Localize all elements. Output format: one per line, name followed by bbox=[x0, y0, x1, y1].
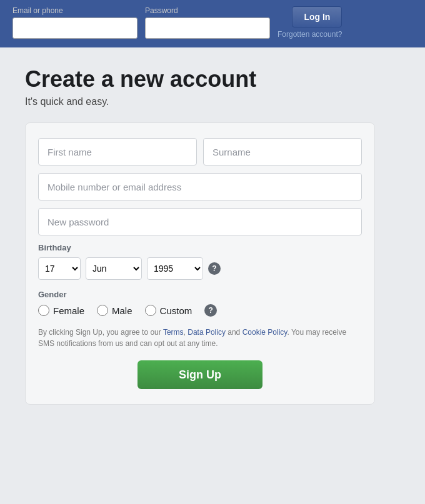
terms-link[interactable]: Terms bbox=[163, 328, 184, 337]
legal-text-1: By clicking Sign Up, you agree to our bbox=[38, 328, 163, 337]
gender-male-radio[interactable] bbox=[97, 305, 108, 316]
name-row bbox=[38, 138, 362, 166]
gender-custom-option[interactable]: Custom bbox=[145, 305, 192, 316]
gender-female-label: Female bbox=[53, 305, 84, 316]
forgotten-account-link[interactable]: Forgotten account? bbox=[278, 30, 342, 39]
surname-input[interactable] bbox=[203, 138, 362, 166]
gender-female-radio[interactable] bbox=[38, 305, 49, 316]
new-password-input[interactable] bbox=[38, 208, 362, 235]
email-input[interactable] bbox=[12, 17, 138, 39]
signup-button[interactable]: Sign Up bbox=[138, 360, 262, 389]
subtitle: It's quick and easy. bbox=[25, 96, 400, 107]
birthday-month-select[interactable]: Jan Feb Mar Apr May Jun Jul Aug Sep Oct … bbox=[86, 257, 142, 280]
new-password-row bbox=[38, 208, 362, 235]
email-field-group: Email or phone bbox=[12, 6, 138, 39]
mobile-email-row bbox=[38, 173, 362, 200]
registration-form: Birthday 1 2 3 4 5 6 7 8 9 10 11 12 13 1… bbox=[25, 122, 375, 405]
password-input[interactable] bbox=[145, 17, 270, 39]
navbar: Email or phone Password Log In Forgotten… bbox=[0, 0, 425, 47]
birthday-day-select[interactable]: 1 2 3 4 5 6 7 8 9 10 11 12 13 14 15 16 1 bbox=[38, 257, 81, 280]
birthday-help-icon[interactable]: ? bbox=[208, 262, 221, 275]
birthday-row: 1 2 3 4 5 6 7 8 9 10 11 12 13 14 15 16 1 bbox=[38, 257, 362, 280]
gender-custom-label: Custom bbox=[160, 305, 192, 316]
birthday-label: Birthday bbox=[38, 243, 362, 252]
gender-help-icon[interactable]: ? bbox=[204, 304, 217, 317]
legal-text: By clicking Sign Up, you agree to our Te… bbox=[38, 327, 362, 349]
gender-row: Female Male Custom ? bbox=[38, 304, 362, 317]
main-content: Create a new account It's quick and easy… bbox=[0, 47, 425, 430]
gender-female-option[interactable]: Female bbox=[38, 305, 84, 316]
password-field-group: Password bbox=[145, 6, 270, 39]
email-label: Email or phone bbox=[12, 6, 138, 15]
gender-label: Gender bbox=[38, 290, 362, 299]
gender-custom-radio[interactable] bbox=[145, 305, 156, 316]
password-label: Password bbox=[145, 6, 270, 15]
first-name-input[interactable] bbox=[38, 138, 197, 166]
data-policy-link[interactable]: Data Policy bbox=[188, 328, 226, 337]
legal-text-2: and bbox=[226, 328, 242, 337]
gender-section: Gender Female Male Custom ? bbox=[38, 290, 362, 317]
birthday-section: Birthday 1 2 3 4 5 6 7 8 9 10 11 12 13 1… bbox=[38, 243, 362, 280]
page-title: Create a new account bbox=[25, 66, 400, 92]
navbar-right: Log In Forgotten account? bbox=[278, 6, 342, 39]
gender-male-option[interactable]: Male bbox=[97, 305, 132, 316]
gender-male-label: Male bbox=[112, 305, 132, 316]
mobile-email-input[interactable] bbox=[38, 173, 362, 200]
birthday-year-select[interactable]: 2005 2004 2003 2002 2001 2000 1999 1998 … bbox=[147, 257, 203, 280]
login-button[interactable]: Log In bbox=[292, 6, 342, 27]
cookie-policy-link[interactable]: Cookie Policy bbox=[242, 328, 288, 337]
